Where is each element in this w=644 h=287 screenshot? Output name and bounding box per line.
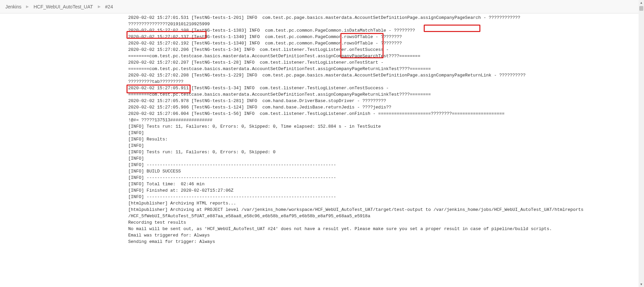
chevron-right-icon: ▶: [98, 4, 101, 9]
console-line: [INFO]: [128, 155, 639, 162]
console-line: 2020-02-02 15:27:02.192 [TestNG-tests-1-…: [128, 40, 639, 46]
console-line: [INFO] Total time: 02:46 min: [128, 181, 639, 187]
console-line: [INFO] BUILD SUCCESS: [128, 168, 639, 174]
console-line: [INFO]: [128, 130, 639, 136]
breadcrumb-job[interactable]: HCF_WebUI_AutoTest_UAT: [33, 4, 93, 9]
console-line: 2020-02-02 15:27:05.978 [TestNG-tests-1-…: [128, 98, 639, 104]
console-line: 2020-02-02 15:27:02.208 [TestNG-tests-1-…: [128, 72, 639, 78]
console-line: ========com.test.pc.testcase.basics.mast…: [128, 66, 639, 72]
console-line: Email was triggered for: Always: [128, 232, 639, 238]
scroll-down-arrow-icon[interactable]: ▼: [639, 282, 644, 287]
console-line: [INFO] Tests run: 11, Failures: 0, Error…: [128, 149, 639, 155]
console-line: Recording test results: [128, 219, 639, 226]
console-line: [INFO] Results:: [128, 136, 639, 142]
console-line: [INFO] Finished at: 2020-02-02T15:27:06Z: [128, 187, 639, 194]
console-line: /HCF_5fWebUI_5fAutoTest_5fUAT_e887aa_e58…: [128, 213, 639, 219]
console-line: !@#= ?????137513################: [128, 117, 639, 123]
console-line: 2020-02-02 15:27:05.911 [TestNG-tests-1-…: [128, 85, 639, 91]
console-line: 2020-02-02 15:27:05.986 [TestNG-tests-1-…: [128, 104, 639, 110]
console-line: [INFO] Tests run: 11, Failures: 0, Error…: [128, 123, 639, 130]
vertical-scrollbar[interactable]: ▲ ▼: [639, 0, 644, 287]
console-line: Sending email for trigger: Always: [128, 238, 639, 245]
console-line: ========com.test.pc.testcase.basics.mast…: [128, 53, 639, 59]
console-line: [htmlpublisher] Archiving HTML reports..…: [128, 200, 639, 206]
console-line: 2020-02-02 15:27:01.531 [TestNG-tests-1-…: [128, 14, 639, 21]
console-line: 2020-02-02 15:27:02.108 [TestNG-tests-1-…: [128, 27, 639, 34]
breadcrumb: Jenkins ▶ HCF_WebUI_AutoTest_UAT ▶ #24: [0, 0, 644, 13]
console-line: [INFO] ---------------------------------…: [128, 174, 639, 181]
console-line: [htmlpublisher] Archiving at PROJECT lev…: [128, 206, 639, 213]
console-line: 2020-02-02 15:27:02.137 [TestNG-tests-1-…: [128, 34, 639, 40]
console-line: ???????????????2019101210925999: [128, 21, 639, 27]
console-line: 2020-02-02 15:27:02.207 [TestNG-tests-1-…: [128, 59, 639, 66]
scroll-up-arrow-icon[interactable]: ▲: [639, 0, 644, 5]
console-line: 2020-02-02 15:27:02.206 [TestNG-tests-1-…: [128, 46, 639, 53]
console-line: ?????????tab?????????: [128, 78, 639, 85]
console-line: [INFO] ---------------------------------…: [128, 194, 639, 200]
console-output: ========com.test.pc.testcase.basics.mast…: [128, 13, 639, 287]
chevron-right-icon: ▶: [26, 4, 29, 9]
breadcrumb-build[interactable]: #24: [105, 4, 113, 9]
scroll-thumb[interactable]: [639, 6, 643, 11]
console-line: [INFO]: [128, 142, 639, 149]
console-line: 2020-02-02 15:27:06.004 [TestNG-tests-1-…: [128, 110, 639, 117]
console-line: [INFO] ---------------------------------…: [128, 162, 639, 168]
console-wrapper: ========com.test.pc.testcase.basics.mast…: [0, 13, 639, 287]
console-line: ========com.test.pc.testcase.basics.mast…: [128, 91, 639, 98]
console-line: No mail will be sent out, as 'HCF_WebUI_…: [128, 226, 639, 232]
breadcrumb-jenkins[interactable]: Jenkins: [5, 4, 21, 9]
